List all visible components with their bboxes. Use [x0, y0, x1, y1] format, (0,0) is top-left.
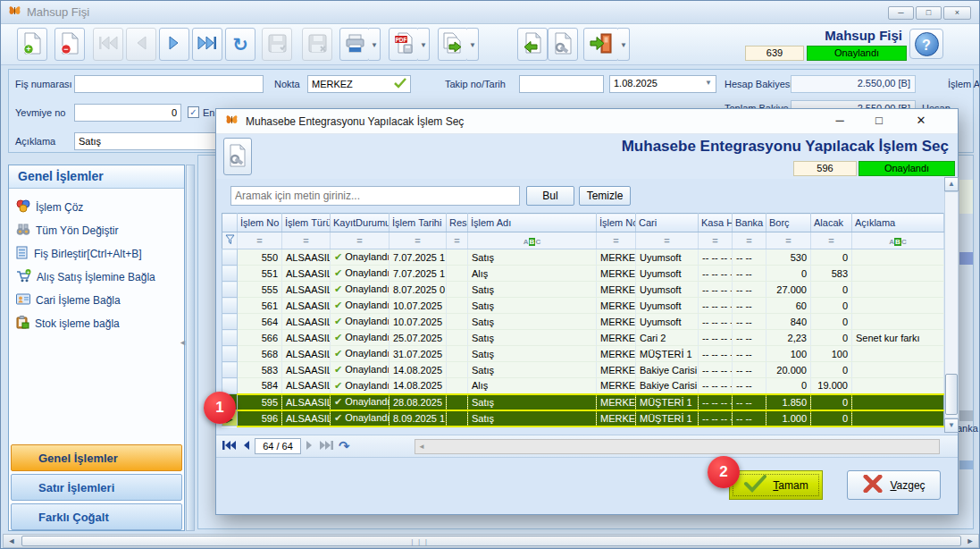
- cell-kasa[interactable]: -- -- -- -: [699, 314, 733, 330]
- cell-durum[interactable]: ✔ Onaylandı: [331, 249, 389, 266]
- cell-borc[interactable]: 0: [766, 266, 811, 282]
- entegrasyon-checkbox[interactable]: ✓: [188, 106, 199, 118]
- column-header[interactable]: Açıklama: [852, 214, 944, 232]
- row-selector[interactable]: [222, 298, 238, 314]
- cell-durum[interactable]: ✔ Onaylandı: [331, 330, 389, 346]
- cell-ad[interactable]: Satış: [468, 282, 597, 298]
- cell-kasa[interactable]: -- -- -- -: [699, 266, 733, 282]
- service-button[interactable]: [548, 28, 578, 61]
- column-header[interactable]: İşlem Nc: [597, 214, 636, 232]
- column-header[interactable]: İşlem Tarihi: [389, 214, 447, 232]
- cell-cari[interactable]: Uyumsoft: [636, 249, 699, 266]
- cell-aciklama[interactable]: [852, 410, 944, 427]
- cell-ad[interactable]: Satış: [468, 410, 597, 427]
- filter-cell[interactable]: ABC: [468, 232, 597, 249]
- cell-cari[interactable]: Uyumsoft: [636, 298, 699, 314]
- cell-alacak[interactable]: 0: [811, 298, 852, 314]
- cell-resmi[interactable]: [447, 330, 468, 346]
- cell-ad[interactable]: Satış: [468, 249, 597, 266]
- cell-resmi[interactable]: [447, 314, 468, 330]
- cell-durum[interactable]: ✔ Onaylandı: [331, 266, 389, 282]
- cell-alacak[interactable]: 100: [811, 346, 852, 362]
- cell-nokta[interactable]: MERKEZ: [597, 410, 636, 427]
- cell-aciklama[interactable]: [852, 362, 944, 378]
- cell-nokta[interactable]: MERKEZ: [597, 282, 636, 298]
- cell-no[interactable]: 551: [238, 266, 282, 282]
- sidebar-item-3[interactable]: +Alış Satış İşlemine Bağla: [13, 266, 180, 289]
- filter-cell[interactable]: =: [389, 232, 447, 249]
- dialog-horizontal-scrollbar[interactable]: ◄: [415, 439, 940, 454]
- filter-cell[interactable]: =: [447, 232, 468, 249]
- refresh-button[interactable]: ↻: [225, 28, 255, 61]
- cell-turu[interactable]: ALSAASIL: [282, 282, 331, 298]
- sidebar-item-5[interactable]: Stok işleme bağla: [13, 312, 180, 335]
- cell-banka[interactable]: -- --: [733, 282, 766, 298]
- cell-alacak[interactable]: 583: [811, 266, 852, 282]
- find-button[interactable]: Bul: [526, 186, 574, 206]
- cell-kasa[interactable]: -- -- -- -: [699, 394, 733, 410]
- column-header[interactable]: İşlem Adı: [468, 214, 597, 232]
- cell-ad[interactable]: Satış: [468, 394, 597, 410]
- cell-aciklama[interactable]: [852, 346, 944, 362]
- cell-kasa[interactable]: -- -- -- -: [699, 298, 733, 314]
- filter-cell[interactable]: =: [766, 232, 811, 249]
- cell-ad[interactable]: Alış: [468, 378, 597, 394]
- row-selector[interactable]: [222, 346, 238, 362]
- cell-banka[interactable]: -- --: [733, 330, 766, 346]
- cell-alacak[interactable]: 0: [811, 330, 852, 346]
- column-header[interactable]: Borç: [766, 214, 811, 232]
- scroll-down-icon[interactable]: ▼: [944, 418, 959, 433]
- dialog-scrollbar-thumb[interactable]: [945, 374, 958, 415]
- cell-nokta[interactable]: MERKEZ: [597, 362, 636, 378]
- cell-no[interactable]: 566: [238, 330, 282, 346]
- first-record-button[interactable]: [93, 28, 123, 61]
- cell-aciklama[interactable]: [852, 314, 944, 330]
- help-button[interactable]: ?: [909, 29, 943, 59]
- filter-cell[interactable]: =: [331, 232, 389, 249]
- cell-no[interactable]: 561: [238, 298, 282, 314]
- search-input[interactable]: [230, 186, 520, 206]
- first-page-icon[interactable]: [222, 440, 237, 453]
- transfer-button[interactable]: [438, 28, 468, 61]
- minimize-button[interactable]: ─: [888, 6, 914, 20]
- cell-durum[interactable]: ✔ Onaylandı: [331, 394, 389, 410]
- last-page-icon[interactable]: [319, 440, 334, 453]
- cell-alacak[interactable]: 0: [811, 249, 852, 266]
- cell-nokta[interactable]: MERKEZ: [597, 314, 636, 330]
- cell-turu[interactable]: ALSAASIL: [282, 314, 331, 330]
- cell-alacak[interactable]: 19.000: [811, 378, 852, 394]
- cell-cari[interactable]: Bakiye Carisi: [636, 362, 699, 378]
- cell-resmi[interactable]: [447, 362, 468, 378]
- column-header[interactable]: Resmi İş: [447, 214, 468, 232]
- dialog-service-button[interactable]: [223, 138, 252, 175]
- cell-durum[interactable]: ✔ Onaylandı: [331, 362, 389, 378]
- cell-durum[interactable]: ✔ Onaylandı: [331, 378, 389, 394]
- scrollbar-thumb[interactable]: ❘❘❘: [21, 536, 961, 546]
- cell-kasa[interactable]: -- -- -- -: [699, 410, 733, 427]
- cell-tarih[interactable]: 8.09.2025 1: [389, 410, 447, 427]
- sidebar-tab-0[interactable]: Genel İşlemler: [11, 444, 182, 471]
- cell-ad[interactable]: Satış: [468, 346, 597, 362]
- cell-borc[interactable]: 530: [766, 249, 811, 266]
- cell-kasa[interactable]: -- -- -- -: [699, 362, 733, 378]
- new-record-button[interactable]: +: [17, 28, 47, 61]
- cell-cari[interactable]: Uyumsoft: [636, 282, 699, 298]
- row-selector[interactable]: [222, 266, 238, 282]
- cell-durum[interactable]: ✔ Onaylandı: [331, 298, 389, 314]
- cell-cari[interactable]: MÜŞTERİ 1: [636, 346, 699, 362]
- cell-no[interactable]: 564: [238, 314, 282, 330]
- cell-aciklama[interactable]: Senet kur farkı: [852, 330, 944, 346]
- main-horizontal-scrollbar[interactable]: ◄ ❘❘❘ ►: [3, 534, 979, 548]
- cell-cari[interactable]: MÜŞTERİ 1: [636, 394, 699, 410]
- cell-alacak[interactable]: 0: [811, 394, 852, 410]
- cell-durum[interactable]: ✔ Onaylandı: [331, 314, 389, 330]
- cell-borc[interactable]: 60: [766, 298, 811, 314]
- filter-cell[interactable]: =: [597, 232, 636, 249]
- sidebar-item-4[interactable]: Cari İşleme Bağla: [13, 289, 180, 312]
- cell-aciklama[interactable]: [852, 394, 944, 410]
- column-header[interactable]: İşlem Türü: [282, 214, 331, 232]
- cell-cari[interactable]: Uyumsoft: [636, 266, 699, 282]
- exit-button-dropdown[interactable]: ▼: [618, 28, 630, 61]
- cell-resmi[interactable]: [447, 378, 468, 394]
- cell-alacak[interactable]: 0: [811, 282, 852, 298]
